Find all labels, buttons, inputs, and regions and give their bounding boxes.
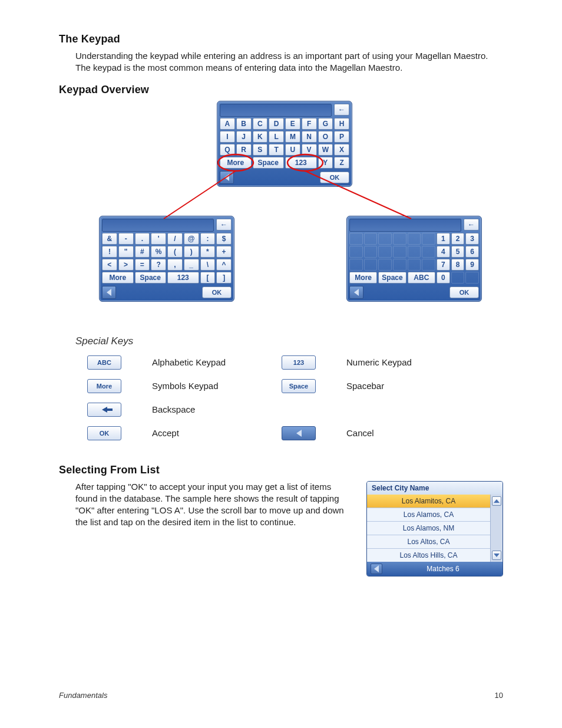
key-lbracket[interactable]: [ xyxy=(200,272,216,284)
key-p[interactable]: P xyxy=(334,131,349,143)
key-f[interactable]: F xyxy=(302,118,317,130)
key-w[interactable]: W xyxy=(318,144,333,156)
key-a[interactable]: A xyxy=(220,118,235,130)
key-star[interactable]: * xyxy=(200,246,216,258)
page-footer: Fundamentals 10 xyxy=(59,691,503,700)
key-r[interactable]: R xyxy=(236,144,252,156)
key-comma[interactable]: , xyxy=(167,259,183,271)
key-123[interactable]: 123 xyxy=(167,272,199,284)
keypad-sym-input[interactable] xyxy=(102,219,214,232)
key-space[interactable]: Space xyxy=(253,157,285,169)
keypad-sym-grid: & - . ' / @ : $ ! " # % ( ) * + < > = ? xyxy=(100,232,234,285)
key-s[interactable]: S xyxy=(253,144,268,156)
keypad-num-input[interactable] xyxy=(349,219,461,232)
key-2[interactable]: 2 xyxy=(451,233,465,245)
key-slash[interactable]: / xyxy=(167,233,183,245)
key-plus[interactable]: + xyxy=(216,246,232,258)
list-item[interactable]: Los Altos, CA xyxy=(367,535,490,548)
key-z[interactable]: Z xyxy=(334,157,349,169)
key-h[interactable]: H xyxy=(334,118,349,130)
key-q[interactable]: Q xyxy=(220,144,235,156)
key-5[interactable]: 5 xyxy=(451,246,465,258)
key-more[interactable]: More xyxy=(349,272,377,284)
scroll-down-icon[interactable] xyxy=(492,551,501,560)
key-rparen[interactable]: ) xyxy=(184,246,199,258)
key-pct[interactable]: % xyxy=(151,246,166,258)
key-j[interactable]: J xyxy=(236,131,252,143)
ok-button[interactable]: OK xyxy=(202,286,232,298)
desc-alphabetic: Alphabetic Keypad xyxy=(152,357,270,367)
key-colon[interactable]: : xyxy=(200,233,216,245)
key-amp[interactable]: & xyxy=(102,233,117,245)
key-i[interactable]: I xyxy=(220,131,235,143)
keypad-symbols-panel: ← & - . ' / @ : $ ! " # % ( ) * + < xyxy=(99,216,234,302)
ok-button[interactable]: OK xyxy=(320,172,349,183)
list-item[interactable]: Los Alamos, CA xyxy=(367,508,490,521)
ok-button[interactable]: OK xyxy=(449,286,479,298)
cancel-button[interactable] xyxy=(102,286,116,299)
key-7[interactable]: 7 xyxy=(437,259,450,271)
key-b[interactable]: B xyxy=(236,118,252,130)
key-m[interactable]: M xyxy=(285,131,300,143)
heading-the-keypad: The Keypad xyxy=(59,33,503,45)
key-qmark[interactable]: ? xyxy=(151,259,166,271)
key-dollar[interactable]: $ xyxy=(216,233,232,245)
list-item[interactable]: Los Alamos, NM xyxy=(367,521,490,535)
key-space[interactable]: Space xyxy=(378,272,406,284)
key-rbracket[interactable]: ] xyxy=(216,272,232,284)
paragraph-keypad-intro: Understanding the keypad while entering … xyxy=(75,50,503,74)
key-k[interactable]: K xyxy=(253,131,268,143)
key-apos[interactable]: ' xyxy=(151,233,166,245)
key-3[interactable]: 3 xyxy=(465,233,479,245)
key-more[interactable]: More xyxy=(102,272,134,284)
backspace-key[interactable]: ← xyxy=(216,219,232,230)
key-8[interactable]: 8 xyxy=(451,259,465,271)
key-t[interactable]: T xyxy=(269,144,284,156)
key-e[interactable]: E xyxy=(285,118,300,130)
list-item[interactable]: Los Altos Hills, CA xyxy=(367,548,490,562)
key-more[interactable]: More xyxy=(220,157,252,169)
key-9[interactable]: 9 xyxy=(465,259,479,271)
key-under[interactable]: _ xyxy=(184,259,199,271)
keypad-alpha-input[interactable] xyxy=(220,104,332,117)
matches-label: Matches 6 xyxy=(387,565,499,573)
key-space[interactable]: Space xyxy=(135,272,167,284)
key-123[interactable]: 123 xyxy=(285,157,317,169)
key-lparen[interactable]: ( xyxy=(167,246,183,258)
key-at[interactable]: @ xyxy=(184,233,199,245)
key-dash[interactable]: - xyxy=(118,233,134,245)
key-0[interactable]: 0 xyxy=(437,272,450,284)
key-lt[interactable]: < xyxy=(102,259,117,271)
key-4[interactable]: 4 xyxy=(437,246,450,258)
key-o[interactable]: O xyxy=(318,131,333,143)
key-eq[interactable]: = xyxy=(135,259,150,271)
key-quote[interactable]: " xyxy=(118,246,134,258)
list-item[interactable]: Los Alamitos, CA xyxy=(367,495,490,508)
scroll-up-icon[interactable] xyxy=(492,496,501,506)
city-scrollbar[interactable] xyxy=(490,495,503,562)
key-n[interactable]: N xyxy=(302,131,317,143)
key-d[interactable]: D xyxy=(269,118,284,130)
key-l[interactable]: L xyxy=(269,131,284,143)
key-1[interactable]: 1 xyxy=(437,233,450,245)
key-y[interactable]: Y xyxy=(318,157,333,169)
key-period[interactable]: . xyxy=(135,233,150,245)
key-bang[interactable]: ! xyxy=(102,246,117,258)
key-6[interactable]: 6 xyxy=(465,246,479,258)
key-abc[interactable]: ABC xyxy=(408,272,435,284)
backspace-key[interactable]: ← xyxy=(334,104,349,116)
key-caret[interactable]: ^ xyxy=(216,259,232,271)
key-bslash[interactable]: \ xyxy=(200,259,216,271)
key-g[interactable]: G xyxy=(318,118,333,130)
key-u[interactable]: U xyxy=(285,144,300,156)
key-blank xyxy=(422,259,435,271)
key-x[interactable]: X xyxy=(334,144,349,156)
backspace-key[interactable]: ← xyxy=(464,219,479,230)
key-hash[interactable]: # xyxy=(135,246,150,258)
cancel-button[interactable] xyxy=(349,286,363,299)
key-gt[interactable]: > xyxy=(118,259,134,271)
cancel-button[interactable] xyxy=(220,171,234,184)
key-c[interactable]: C xyxy=(253,118,268,130)
key-v[interactable]: V xyxy=(302,144,317,156)
cancel-button[interactable] xyxy=(371,564,382,574)
